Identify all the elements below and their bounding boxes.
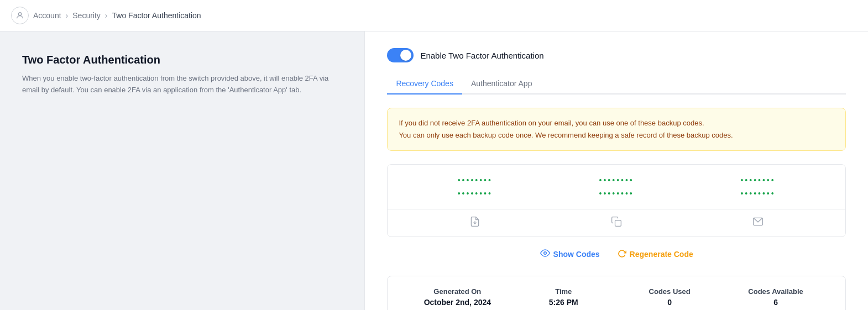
page-title: Two Factor Authentication	[22, 54, 342, 66]
codes-available-label: Codes Available	[723, 287, 829, 296]
copy-icon[interactable]	[611, 216, 622, 230]
icons-row	[388, 209, 845, 237]
stat-codes-used: Codes Used 0	[616, 287, 723, 307]
codes-used-label: Codes Used	[616, 287, 723, 296]
time-label: Time	[510, 287, 616, 296]
email-icon[interactable]	[752, 216, 764, 230]
eye-icon	[540, 248, 550, 260]
stats-box: Generated On October 2nd, 2024 Time 5:26…	[387, 276, 846, 310]
email-icon-cell	[687, 216, 829, 230]
svg-rect-2	[615, 220, 621, 227]
show-codes-button[interactable]: Show Codes	[540, 248, 600, 260]
codes-available-value: 6	[723, 298, 829, 307]
user-icon	[11, 7, 29, 24]
code-4: ••••••••	[404, 189, 546, 198]
code-3: ••••••••	[687, 176, 829, 185]
regenerate-button[interactable]: Regenerate Code	[618, 249, 693, 260]
code-2: ••••••••	[546, 176, 687, 185]
download-icon-cell	[404, 216, 546, 230]
breadcrumb-sep-1: ›	[66, 11, 69, 20]
codes-used-value: 0	[616, 298, 723, 307]
tabs: Recovery Codes Authenticator App	[387, 73, 846, 94]
stat-time: Time 5:26 PM	[510, 287, 616, 307]
refresh-icon	[618, 249, 626, 260]
svg-point-0	[18, 13, 21, 15]
breadcrumb-sep-2: ›	[105, 11, 108, 20]
toggle-label: Enable Two Factor Authentication	[420, 51, 543, 60]
code-1: ••••••••	[404, 176, 546, 185]
codes-section: •••••••• •••••••• •••••••• •••••••• ••••…	[387, 164, 846, 237]
right-panel: Enable Two Factor Authentication Recover…	[364, 31, 868, 310]
svg-point-4	[543, 252, 546, 255]
generated-on-label: Generated On	[404, 287, 510, 296]
code-5: ••••••••	[546, 189, 687, 198]
stat-generated-on: Generated On October 2nd, 2024	[404, 287, 510, 307]
toggle-row: Enable Two Factor Authentication	[387, 48, 846, 62]
download-icon[interactable]	[469, 216, 480, 230]
breadcrumb: Account › Security › Two Factor Authenti…	[0, 0, 868, 31]
breadcrumb-security[interactable]: Security	[72, 11, 101, 20]
left-panel: Two Factor Authentication When you enabl…	[0, 31, 364, 310]
tab-recovery-codes[interactable]: Recovery Codes	[387, 73, 462, 94]
warning-line1: If you did not receive 2FA authenticatio…	[399, 117, 834, 129]
2fa-toggle[interactable]	[387, 48, 414, 62]
codes-grid: •••••••• •••••••• •••••••• •••••••• ••••…	[388, 165, 845, 209]
action-row: Show Codes Regenerate Code	[387, 246, 846, 262]
breadcrumb-2fa: Two Factor Authentication	[112, 11, 201, 20]
page-description: When you enable two-factor authenticatio…	[22, 73, 342, 96]
code-6: ••••••••	[687, 189, 829, 198]
copy-icon-cell	[546, 216, 687, 230]
main-container: Two Factor Authentication When you enabl…	[0, 31, 868, 310]
breadcrumb-account[interactable]: Account	[33, 11, 61, 20]
warning-box: If you did not receive 2FA authenticatio…	[387, 108, 846, 151]
warning-line2: You can only use each backup code once. …	[399, 129, 834, 141]
stat-codes-available: Codes Available 6	[723, 287, 829, 307]
generated-on-value: October 2nd, 2024	[404, 298, 510, 307]
tab-authenticator-app[interactable]: Authenticator App	[462, 73, 541, 94]
time-value: 5:26 PM	[510, 298, 616, 307]
